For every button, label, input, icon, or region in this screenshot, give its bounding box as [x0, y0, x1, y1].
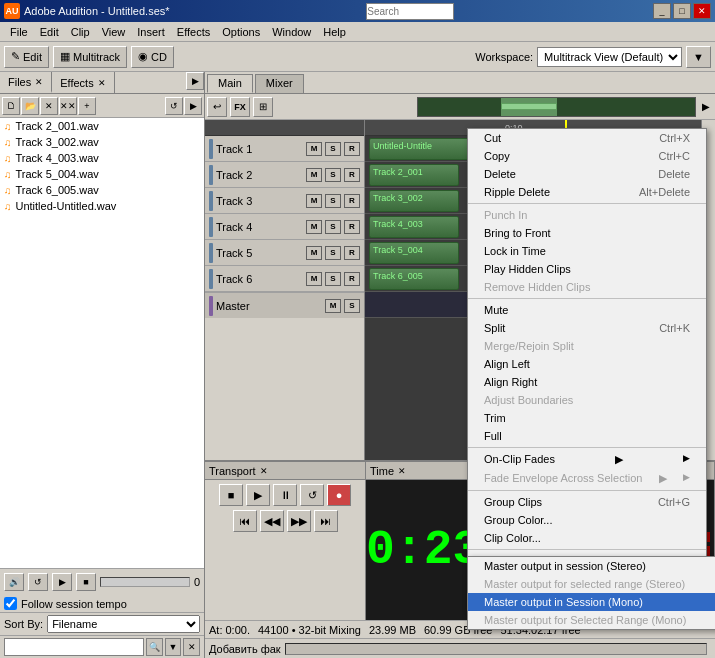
- pause-btn[interactable]: ⏸: [273, 484, 297, 506]
- title-search-input[interactable]: [366, 3, 454, 20]
- menu-view[interactable]: View: [96, 24, 132, 40]
- clip-2[interactable]: Track 2_001: [369, 164, 459, 186]
- tab-files[interactable]: Files ✕: [0, 72, 52, 93]
- ctx-align-left[interactable]: Align Left: [468, 355, 706, 373]
- sort-select[interactable]: Filename: [47, 615, 200, 633]
- workspace-select[interactable]: Multitrack View (Default): [537, 47, 682, 67]
- master-solo[interactable]: S: [344, 299, 360, 313]
- menu-options[interactable]: Options: [216, 24, 266, 40]
- loop-play-btn[interactable]: ↺: [28, 573, 48, 591]
- follow-tempo-checkbox[interactable]: [4, 597, 17, 610]
- menu-insert[interactable]: Insert: [131, 24, 171, 40]
- clip-6[interactable]: Track 6_005: [369, 268, 459, 290]
- clip-4[interactable]: Track 4_003: [369, 216, 459, 238]
- list-item[interactable]: ♫ Track 5_004.wav: [0, 166, 204, 182]
- search-input[interactable]: [4, 638, 144, 656]
- record-btn[interactable]: ●: [327, 484, 351, 506]
- clip-3[interactable]: Track 3_002: [369, 190, 459, 212]
- sub-master-stereo[interactable]: Master output in session (Stereo): [468, 557, 715, 575]
- ctx-on-clip-fades[interactable]: On-Clip Fades ▶: [468, 450, 706, 469]
- horizontal-scrollbar[interactable]: [285, 643, 707, 655]
- ctx-play-hidden[interactable]: Play Hidden Clips: [468, 260, 706, 278]
- ctx-split[interactable]: Split Ctrl+K: [468, 319, 706, 337]
- ctx-group-clips[interactable]: Group Clips Ctrl+G: [468, 493, 706, 511]
- transport-close[interactable]: ✕: [260, 466, 268, 476]
- play-btn[interactable]: ▶: [52, 573, 72, 591]
- multitrack-button[interactable]: ▦ Multitrack: [53, 46, 127, 68]
- list-item[interactable]: ♫ Track 4_003.wav: [0, 150, 204, 166]
- track-4-record[interactable]: R: [344, 220, 360, 234]
- track-5-record[interactable]: R: [344, 246, 360, 260]
- track-5-solo[interactable]: S: [325, 246, 341, 260]
- clip-1[interactable]: Untitled-Untitle: [369, 138, 479, 160]
- track-4-mute[interactable]: M: [306, 220, 322, 234]
- track-6-solo[interactable]: S: [325, 272, 341, 286]
- tab-main[interactable]: Main: [207, 74, 253, 93]
- track-1-mute[interactable]: M: [306, 142, 322, 156]
- stop-btn[interactable]: ■: [76, 573, 96, 591]
- ctx-cut[interactable]: Cut Ctrl+X: [468, 129, 706, 147]
- close-all-btn[interactable]: ✕✕: [59, 97, 77, 115]
- ctx-trim[interactable]: Trim: [468, 409, 706, 427]
- track-6-record[interactable]: R: [344, 272, 360, 286]
- track-2-record[interactable]: R: [344, 168, 360, 182]
- ctx-lock-time[interactable]: Lock in Time: [468, 242, 706, 260]
- menu-edit[interactable]: Edit: [34, 24, 65, 40]
- track-6-mute[interactable]: M: [306, 272, 322, 286]
- time-close[interactable]: ✕: [398, 466, 406, 476]
- menu-clip[interactable]: Clip: [65, 24, 96, 40]
- close-file-btn[interactable]: ✕: [40, 97, 58, 115]
- track-4-solo[interactable]: S: [325, 220, 341, 234]
- ctx-bring-front[interactable]: Bring to Front: [468, 224, 706, 242]
- stop-btn[interactable]: ■: [219, 484, 243, 506]
- panel-menu-btn[interactable]: ▶: [186, 72, 204, 90]
- effects-tab-close[interactable]: ✕: [98, 78, 106, 88]
- loop-btn[interactable]: ↺: [165, 97, 183, 115]
- volume-slider[interactable]: [100, 577, 190, 587]
- filter-btn[interactable]: ▼: [165, 638, 182, 656]
- track-2-mute[interactable]: M: [306, 168, 322, 182]
- loop-btn[interactable]: ↺: [300, 484, 324, 506]
- maximize-button[interactable]: □: [673, 3, 691, 19]
- ctx-ripple-delete[interactable]: Ripple Delete Alt+Delete: [468, 183, 706, 201]
- ctx-align-right[interactable]: Align Right: [468, 373, 706, 391]
- track-3-mute[interactable]: M: [306, 194, 322, 208]
- ctx-clip-color[interactable]: Clip Color...: [468, 529, 706, 547]
- fast-fwd-btn[interactable]: ▶▶: [287, 510, 311, 532]
- menu-effects[interactable]: Effects: [171, 24, 216, 40]
- menu-help[interactable]: Help: [317, 24, 352, 40]
- ctx-delete[interactable]: Delete Delete: [468, 165, 706, 183]
- insert-btn[interactable]: +: [78, 97, 96, 115]
- ctx-copy[interactable]: Copy Ctrl+C: [468, 147, 706, 165]
- cd-button[interactable]: ◉ CD: [131, 46, 174, 68]
- scroll-right-btn[interactable]: ▶: [699, 101, 713, 112]
- menu-file[interactable]: File: [4, 24, 34, 40]
- files-menu-btn[interactable]: ▶: [184, 97, 202, 115]
- list-item[interactable]: ♫ Track 6_005.wav: [0, 182, 204, 198]
- master-mute[interactable]: M: [325, 299, 341, 313]
- list-item[interactable]: ♫ Track 3_002.wav: [0, 134, 204, 150]
- track-1-solo[interactable]: S: [325, 142, 341, 156]
- grid-btn[interactable]: ⊞: [253, 97, 273, 117]
- list-item[interactable]: ♫ Track 2_001.wav: [0, 118, 204, 134]
- menu-window[interactable]: Window: [266, 24, 317, 40]
- sub-master-mono[interactable]: Master output in Session (Mono): [468, 593, 715, 611]
- new-file-btn[interactable]: 🗋: [2, 97, 20, 115]
- list-item[interactable]: ♫ Untitled-Untitled.wav: [0, 198, 204, 214]
- speaker-btn[interactable]: 🔊: [4, 573, 24, 591]
- ctx-mute[interactable]: Mute: [468, 301, 706, 319]
- clip-5[interactable]: Track 5_004: [369, 242, 459, 264]
- close-button[interactable]: ✕: [693, 3, 711, 19]
- clear-btn[interactable]: ✕: [183, 638, 200, 656]
- undo-btn[interactable]: ↩: [207, 97, 227, 117]
- open-file-btn[interactable]: 📂: [21, 97, 39, 115]
- skip-start-btn[interactable]: ⏮: [233, 510, 257, 532]
- edit-button[interactable]: ✎ Edit: [4, 46, 49, 68]
- track-5-mute[interactable]: M: [306, 246, 322, 260]
- track-1-record[interactable]: R: [344, 142, 360, 156]
- track-2-solo[interactable]: S: [325, 168, 341, 182]
- fx-btn[interactable]: FX: [230, 97, 250, 117]
- search-btn[interactable]: 🔍: [146, 638, 163, 656]
- minimize-button[interactable]: _: [653, 3, 671, 19]
- files-tab-close[interactable]: ✕: [35, 77, 43, 87]
